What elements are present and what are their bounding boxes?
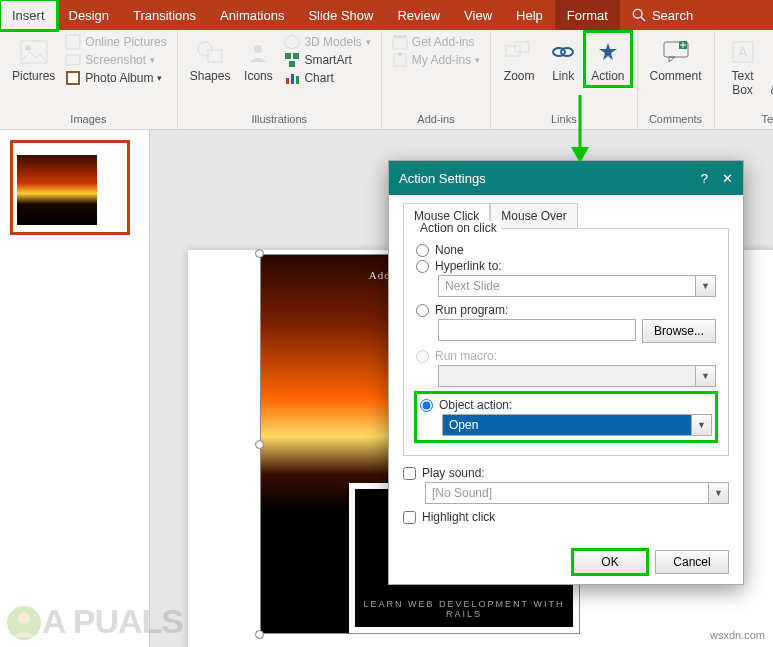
get-addins-button[interactable]: Get Add-ins (392, 34, 480, 50)
browse-button[interactable]: Browse... (642, 319, 716, 343)
dialog-titlebar[interactable]: Action Settings ? ✕ (389, 161, 743, 195)
group-addins-label: Add-ins (388, 111, 484, 129)
addins-icon (392, 52, 408, 68)
slide-thumbnail-1[interactable] (10, 140, 130, 235)
header-footer-button[interactable]: Header & Footer (765, 32, 773, 100)
smartart-button[interactable]: SmartArt (284, 52, 370, 68)
selection-handle[interactable] (255, 440, 264, 449)
svg-point-3 (25, 45, 31, 51)
selection-handle[interactable] (255, 630, 264, 639)
group-text-label: Text (721, 111, 773, 129)
label-none: None (435, 243, 464, 257)
my-addins-button[interactable]: My Add-ins ▾ (392, 52, 480, 68)
ribbon-tab-row: Insert Design Transitions Animations Sli… (0, 0, 773, 30)
selection-handle[interactable] (255, 249, 264, 258)
checkbox-highlight-click[interactable] (403, 511, 416, 524)
help-icon[interactable]: ? (701, 171, 708, 186)
group-comments: Comment Comments (638, 30, 715, 129)
radio-hyperlink[interactable] (416, 260, 429, 273)
link-button[interactable]: Link (541, 32, 585, 86)
close-icon[interactable]: ✕ (722, 171, 733, 186)
svg-point-8 (198, 42, 212, 56)
radio-none[interactable] (416, 244, 429, 257)
tab-slideshow[interactable]: Slide Show (296, 0, 385, 30)
svg-marker-28 (669, 57, 675, 62)
tab-design[interactable]: Design (57, 0, 121, 30)
cancel-button[interactable]: Cancel (655, 550, 729, 574)
group-illustrations: Shapes Icons 3D Models ▾ SmartArt Chart … (178, 30, 382, 129)
comment-button[interactable]: Comment (644, 32, 708, 86)
combo-sound[interactable]: [No Sound]▼ (425, 482, 729, 504)
svg-rect-13 (293, 53, 299, 59)
group-addins: Get Add-ins My Add-ins ▾ Add-ins (382, 30, 491, 129)
action-button[interactable]: Action (585, 32, 630, 86)
icons-button[interactable]: Icons (236, 32, 280, 86)
radio-object-action[interactable] (420, 399, 433, 412)
svg-point-0 (633, 9, 642, 18)
action-icon (596, 41, 620, 63)
svg-rect-18 (393, 38, 407, 49)
svg-rect-22 (506, 46, 520, 56)
group-text: A Text Box Header & Footer Text (715, 30, 773, 129)
action-settings-dialog: Action Settings ? ✕ Mouse Click Mouse Ov… (388, 160, 744, 585)
online-pictures-icon (65, 34, 81, 50)
group-illustrations-label: Illustrations (184, 111, 375, 129)
tab-insert[interactable]: Insert (0, 0, 57, 30)
tab-view[interactable]: View (452, 0, 504, 30)
tab-animations[interactable]: Animations (208, 0, 296, 30)
svg-rect-23 (515, 42, 529, 52)
svg-rect-2 (21, 41, 47, 63)
group-images: Pictures Online Pictures Screenshot ▾ Ph… (0, 30, 178, 129)
svg-rect-5 (66, 55, 80, 65)
screenshot-icon (65, 52, 81, 68)
combo-object-action[interactable]: Open▼ (442, 414, 712, 436)
group-images-label: Images (6, 111, 171, 129)
textbox-button[interactable]: A Text Box (721, 32, 765, 100)
svg-text:A: A (738, 44, 748, 60)
svg-rect-14 (289, 61, 295, 67)
tab-transitions[interactable]: Transitions (121, 0, 208, 30)
photo-album-icon (65, 70, 81, 86)
group-links: Zoom Link Action Links (491, 30, 637, 129)
store-icon (392, 34, 408, 50)
tab-format[interactable]: Format (555, 0, 620, 30)
search-icon (632, 8, 646, 22)
shapes-button[interactable]: Shapes (184, 32, 237, 86)
link-icon (551, 42, 575, 62)
svg-marker-11 (285, 35, 299, 49)
checkbox-play-sound[interactable] (403, 467, 416, 480)
svg-rect-21 (398, 52, 402, 56)
svg-rect-9 (208, 50, 222, 62)
fieldset-legend: Action on click (416, 221, 501, 235)
search-tab[interactable]: Search (620, 0, 705, 30)
label-play-sound: Play sound: (422, 466, 485, 480)
screenshot-button[interactable]: Screenshot ▾ (65, 52, 166, 68)
radio-run-program[interactable] (416, 304, 429, 317)
svg-point-40 (18, 612, 30, 624)
ribbon: Pictures Online Pictures Screenshot ▾ Ph… (0, 30, 773, 130)
tab-help[interactable]: Help (504, 0, 555, 30)
chart-button[interactable]: Chart (284, 70, 370, 86)
comment-icon (663, 41, 689, 63)
dialog-title: Action Settings (399, 171, 486, 186)
input-run-program[interactable] (438, 319, 636, 341)
svg-rect-19 (393, 35, 407, 38)
combo-hyperlink[interactable]: Next Slide▼ (438, 275, 716, 297)
svg-rect-16 (291, 74, 294, 84)
zoom-icon (505, 41, 533, 63)
group-comments-label: Comments (644, 111, 708, 129)
pictures-button[interactable]: Pictures (6, 32, 61, 86)
tab-review[interactable]: Review (385, 0, 452, 30)
zoom-button[interactable]: Zoom (497, 32, 541, 86)
watermark-url: wsxdn.com (710, 629, 765, 641)
label-hyperlink: Hyperlink to: (435, 259, 502, 273)
photo-album-button[interactable]: Photo Album ▾ (65, 70, 166, 86)
svg-rect-7 (68, 73, 78, 83)
tab-mouse-over[interactable]: Mouse Over (490, 203, 577, 229)
svg-marker-26 (599, 43, 617, 60)
online-pictures-button[interactable]: Online Pictures (65, 34, 166, 50)
3d-models-button[interactable]: 3D Models ▾ (284, 34, 370, 50)
ok-button[interactable]: OK (573, 550, 647, 574)
chart-icon (284, 70, 300, 86)
picture-subtitle: LEARN WEB DEVELOPMENT WITH RAILS (355, 599, 573, 619)
